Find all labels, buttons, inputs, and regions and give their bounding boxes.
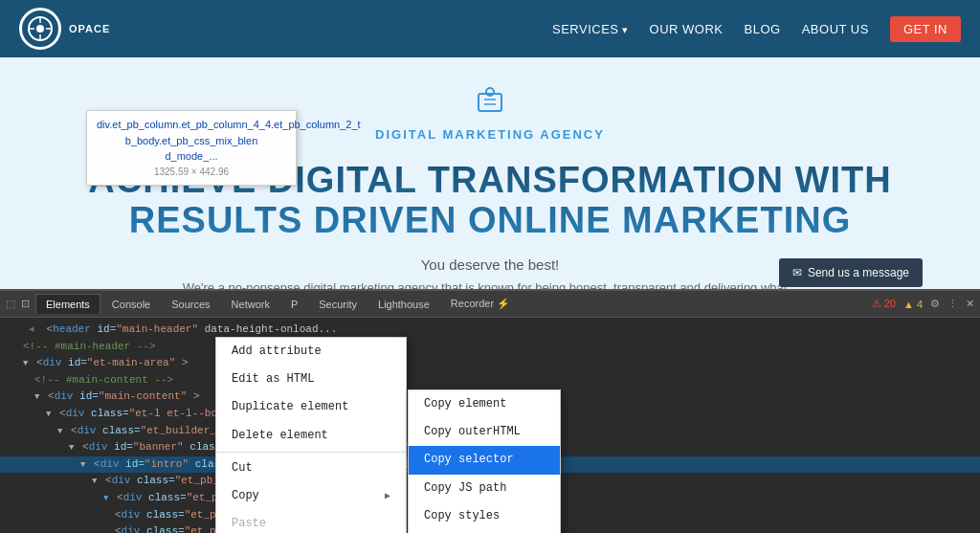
tab-console[interactable]: Console [102, 295, 160, 314]
dom-panel[interactable]: ◄ <header id="main-header" data-height-o… [0, 318, 980, 533]
error-count[interactable]: ⚠ 20 [872, 298, 896, 310]
copy-submenu: Copy element Copy outerHTML Copy selecto… [408, 389, 561, 533]
ctx-delete[interactable]: Delete element [216, 422, 406, 450]
ctx-copy[interactable]: Copy▶ [216, 482, 406, 510]
tab-lighthouse[interactable]: Lighthouse [368, 295, 439, 314]
tab-security[interactable]: Security [309, 295, 367, 314]
close-devtools-icon[interactable]: ✕ [966, 298, 974, 310]
devtools-icon-inspect[interactable]: ⬚ [6, 298, 15, 310]
more-icon[interactable]: ⋮ [947, 298, 958, 310]
sub-copy-element[interactable]: Copy element [409, 390, 560, 418]
tooltip-selector: div.et_pb_column.et_pb_column_4_4.et_pb_… [97, 117, 286, 165]
nav-services[interactable]: SERVICES [552, 22, 629, 36]
nav-about-us[interactable]: ABOUT US [802, 22, 869, 36]
context-menu: Add attribute Edit as HTML Duplicate ele… [215, 337, 407, 533]
tab-recorder[interactable]: Recorder ⚡ [441, 294, 520, 314]
send-message-label: Send us a message [808, 266, 909, 279]
logo-text: OPACE [69, 23, 110, 34]
settings-icon[interactable]: ⚙ [930, 298, 940, 310]
dom-line[interactable]: <!-- #main-content --> [0, 372, 980, 389]
dom-line[interactable]: <!-- #main-header --> [0, 339, 980, 356]
nav-links: SERVICES OUR WORK BLOG ABOUT US GET IN [552, 16, 961, 42]
tab-elements[interactable]: Elements [35, 294, 100, 314]
svg-point-1 [36, 25, 44, 33]
logo-circle [19, 8, 61, 50]
sub-copy-selector[interactable]: Copy selector [409, 446, 560, 474]
logo-svg [27, 15, 54, 42]
hero-area: div.et_pb_column.et_pb_column_4_4.et_pb_… [0, 57, 980, 292]
ctx-add-attribute[interactable]: Add attribute [216, 338, 406, 366]
sub-copy-styles[interactable]: Copy styles [409, 502, 560, 530]
message-icon: ✉ [792, 266, 802, 279]
sub-copy-js[interactable]: Copy JS path [409, 475, 560, 502]
element-tooltip: div.et_pb_column.et_pb_column_4_4.et_pb_… [86, 110, 297, 186]
ctx-cut[interactable]: Cut [216, 455, 406, 482]
dom-line[interactable]: <div id="et-main-area" > [0, 355, 980, 372]
dom-line[interactable]: ◄ <header id="main-header" data-height-o… [0, 322, 980, 339]
tab-sources[interactable]: Sources [162, 295, 219, 314]
ctx-divider-1 [216, 452, 406, 453]
logo[interactable]: OPACE [19, 8, 110, 50]
devtools-tabs: ⬚ ⊡ Elements Console Sources Network P S… [0, 291, 980, 318]
warning-count: ▲ 4 [903, 299, 923, 310]
devtools-body: ◄ <header id="main-header" data-height-o… [0, 318, 980, 533]
ctx-duplicate[interactable]: Duplicate element [216, 393, 406, 421]
nav-blog[interactable]: BLOG [745, 22, 781, 36]
tooltip-dimensions: 1325.59 × 442.96 [97, 165, 286, 179]
ctx-paste: Paste [216, 510, 406, 533]
devtools-panel: ⬚ ⊡ Elements Console Sources Network P S… [0, 289, 980, 533]
tab-performance[interactable]: P [281, 295, 307, 314]
send-message-button[interactable]: ✉ Send us a message [779, 258, 923, 287]
nav-get-in[interactable]: GET IN [890, 16, 961, 42]
devtools-icon-device[interactable]: ⊡ [21, 298, 30, 310]
sub-copy-outer[interactable]: Copy outerHTML [409, 418, 560, 446]
tab-network[interactable]: Network [222, 295, 279, 314]
nav-bar: OPACE SERVICES OUR WORK BLOG ABOUT US GE… [0, 0, 980, 57]
nav-our-work[interactable]: OUR WORK [650, 22, 724, 36]
agency-icon [475, 86, 505, 117]
ctx-edit-html[interactable]: Edit as HTML [216, 366, 406, 393]
